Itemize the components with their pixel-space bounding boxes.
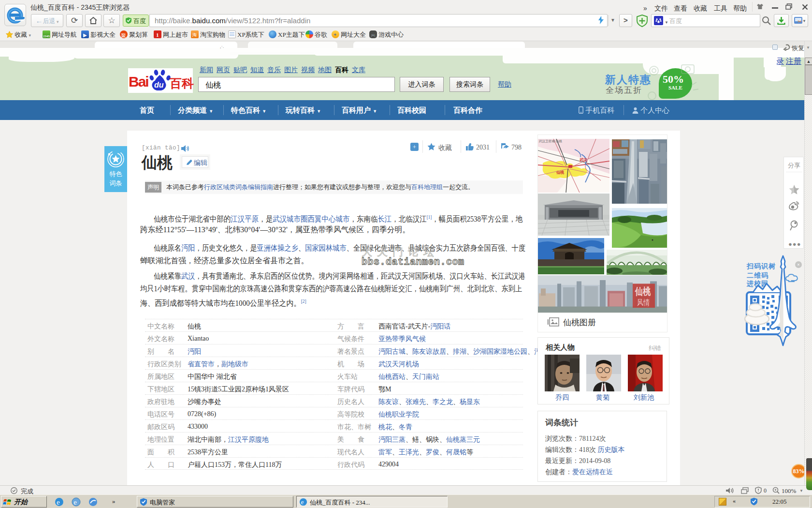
svg-text:武汉卫星城·仙桃: 武汉卫星城·仙桃: [538, 139, 562, 143]
svg-text:e: e: [57, 498, 60, 506]
svg-text:e: e: [301, 498, 304, 506]
svg-text:风情: 风情: [637, 299, 650, 307]
svg-text:仙桃: 仙桃: [556, 170, 565, 175]
svg-text:du: du: [154, 81, 164, 89]
svg-text:武汉: 武汉: [579, 158, 588, 162]
svg-text:e: e: [74, 499, 77, 506]
svg-text:仙桃: 仙桃: [635, 286, 651, 297]
